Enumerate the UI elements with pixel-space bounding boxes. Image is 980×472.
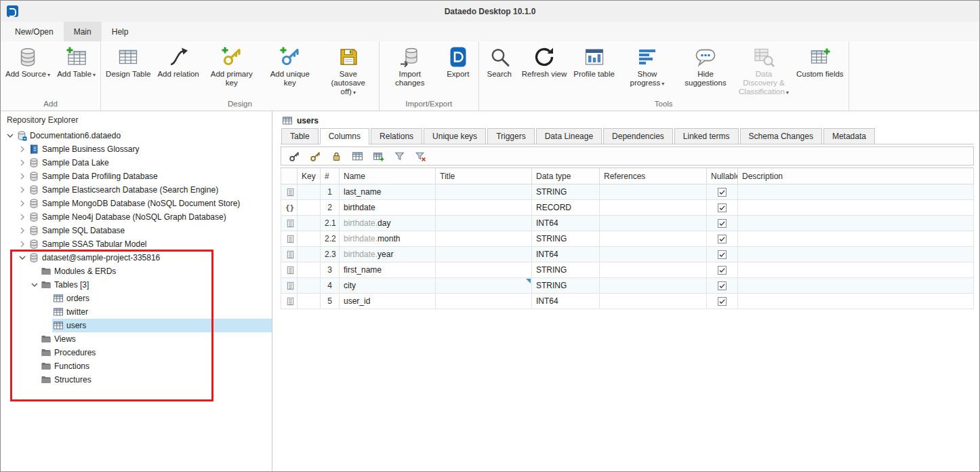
chevron-collapsed-icon[interactable] — [17, 239, 28, 250]
cell-key[interactable] — [298, 184, 321, 200]
cell-datatype[interactable]: INT64 — [532, 294, 600, 309]
cell-name[interactable]: birthdate.month — [340, 231, 436, 247]
export-button[interactable]: Export — [439, 41, 477, 79]
cell-nullable[interactable] — [707, 200, 738, 216]
tree-item-users[interactable]: users — [1, 319, 272, 332]
tab-dependencies[interactable]: Dependencies — [603, 128, 673, 144]
chevron-collapsed-icon[interactable] — [17, 225, 28, 236]
column-header-name[interactable]: Name — [340, 168, 436, 184]
cell-num[interactable]: 3 — [321, 262, 340, 278]
tree-item-sample-sql-database[interactable]: Sample SQL Database — [1, 224, 272, 237]
cell-name[interactable]: city — [340, 278, 436, 294]
cell-references[interactable] — [600, 216, 707, 231]
column-type-icon[interactable] — [281, 278, 298, 294]
cell-references[interactable] — [600, 278, 707, 294]
add-primary-key-button[interactable] — [289, 151, 300, 162]
column-header-icon[interactable] — [281, 168, 298, 184]
tab-schema-changes[interactable]: Schema Changes — [740, 128, 822, 144]
cell-title[interactable] — [436, 278, 532, 294]
cell-title[interactable] — [436, 247, 532, 262]
cell-key[interactable] — [298, 294, 321, 309]
cell-name[interactable]: birthdate.day — [340, 216, 436, 231]
column-type-icon[interactable] — [281, 216, 298, 231]
nullable-checkbox[interactable] — [718, 235, 727, 243]
chevron-collapsed-icon[interactable] — [17, 144, 28, 155]
cell-nullable[interactable] — [707, 184, 738, 200]
cell-datatype[interactable]: INT64 — [532, 216, 600, 231]
record-type-icon[interactable]: {} — [281, 200, 298, 216]
column-header-title[interactable]: Title — [436, 168, 532, 184]
column-type-icon[interactable] — [281, 262, 298, 278]
cell-description[interactable] — [738, 216, 974, 231]
add-source-button[interactable]: Add Source▾ — [2, 41, 54, 79]
chevron-expanded-icon[interactable] — [5, 130, 16, 141]
add-subcolumn-button[interactable] — [373, 151, 384, 162]
cell-description[interactable] — [738, 294, 974, 309]
cell-nullable[interactable] — [707, 216, 738, 231]
tree-item-procedures[interactable]: Procedures — [1, 346, 272, 359]
cell-description[interactable] — [738, 200, 974, 216]
nullable-checkbox[interactable] — [718, 297, 727, 306]
column-header-nullable[interactable]: Nullable — [707, 168, 738, 184]
tree-item-functions[interactable]: Functions — [1, 359, 272, 373]
add-table-button[interactable]: Add Table▾ — [54, 41, 99, 79]
tab-data-lineage[interactable]: Data Lineage — [536, 128, 602, 144]
cell-key[interactable] — [298, 216, 321, 231]
chevron-collapsed-icon[interactable] — [17, 198, 28, 209]
cell-nullable[interactable] — [707, 262, 738, 278]
cell-references[interactable] — [600, 262, 707, 278]
chevron-expanded-icon[interactable] — [29, 279, 40, 290]
cell-references[interactable] — [600, 200, 707, 216]
add-primary-key-button[interactable]: Add primary key — [203, 41, 261, 87]
column-type-icon[interactable] — [281, 294, 298, 309]
nullable-checkbox[interactable] — [718, 219, 727, 228]
cell-description[interactable] — [738, 247, 974, 262]
cell-key[interactable] — [298, 200, 321, 216]
chevron-collapsed-icon[interactable] — [17, 212, 28, 222]
tree-item-documentation6-dataedo[interactable]: Documentation6.dataedo — [1, 129, 272, 142]
cell-name[interactable]: last_name — [340, 184, 436, 200]
add-unique-key-button[interactable] — [310, 151, 321, 162]
column-header-key[interactable]: Key — [298, 168, 321, 184]
nullable-checkbox[interactable] — [718, 188, 727, 197]
cell-datatype[interactable]: STRING — [532, 184, 600, 200]
cell-key[interactable] — [298, 231, 321, 247]
menu-tab-help[interactable]: Help — [102, 22, 139, 41]
cell-name[interactable]: birthdate — [340, 200, 436, 216]
import-changes-button[interactable]: Import changes — [381, 41, 439, 87]
hide-suggestions-button[interactable]: Hide suggestions — [676, 41, 735, 87]
cell-references[interactable] — [600, 184, 707, 200]
cell-title[interactable] — [436, 231, 532, 247]
cell-datatype[interactable]: INT64 — [532, 247, 600, 262]
tab-linked-terms[interactable]: Linked terms — [674, 128, 739, 144]
tab-triggers[interactable]: Triggers — [487, 128, 535, 144]
cell-key[interactable] — [298, 262, 321, 278]
cell-description[interactable] — [738, 278, 974, 294]
column-header-description[interactable]: Description — [738, 168, 974, 184]
tree-item-dataset-sample-project-335816[interactable]: dataset@sample-project-335816 — [1, 251, 272, 264]
cell-datatype[interactable]: STRING — [532, 278, 600, 294]
tree-item-sample-mongodb-database-nosql-document-store[interactable]: Sample MongoDB Database (NoSQL Document … — [1, 197, 272, 210]
cell-num[interactable]: 2 — [321, 200, 340, 216]
cell-name[interactable]: birthdate.year — [340, 247, 436, 262]
cell-description[interactable] — [738, 262, 974, 278]
cell-datatype[interactable]: STRING — [532, 262, 600, 278]
tree-item-orders[interactable]: orders — [1, 292, 272, 305]
cell-references[interactable] — [600, 294, 707, 309]
clear-filter-button[interactable] — [415, 151, 426, 162]
filter-button[interactable] — [394, 151, 405, 162]
tab-unique-keys[interactable]: Unique keys — [424, 128, 486, 144]
cell-num[interactable]: 1 — [321, 184, 340, 200]
chevron-collapsed-icon[interactable] — [17, 171, 28, 182]
cell-title[interactable] — [436, 184, 532, 200]
column-type-icon[interactable] — [281, 247, 298, 262]
add-relation-button[interactable]: Add relation — [154, 41, 202, 79]
cell-description[interactable] — [738, 231, 974, 247]
cell-title[interactable] — [436, 262, 532, 278]
tab-table[interactable]: Table — [281, 128, 319, 144]
cell-name[interactable]: user_id — [340, 294, 436, 309]
add-unique-key-button[interactable]: Add unique key — [261, 41, 319, 87]
tree-item-views[interactable]: Views — [1, 332, 272, 346]
menu-tab-main[interactable]: Main — [64, 22, 102, 41]
nullable-checkbox[interactable] — [718, 281, 727, 290]
